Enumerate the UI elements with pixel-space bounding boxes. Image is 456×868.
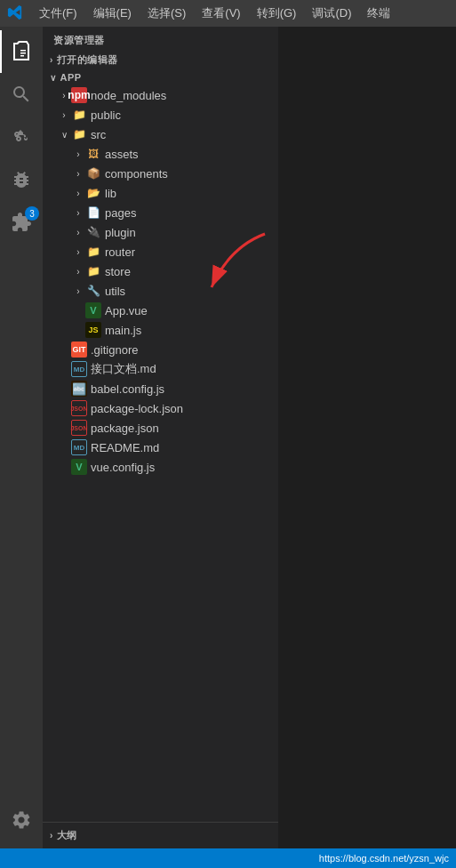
tree-item-node-modules[interactable]: › npm node_modules	[43, 85, 278, 105]
activity-debug[interactable]	[0, 158, 43, 201]
activity-bar: 3	[0, 27, 43, 848]
tree-item-store[interactable]: › 📁 store	[43, 261, 278, 281]
vue-config-file-icon: V	[71, 459, 87, 475]
src-folder-icon: 📁	[71, 126, 87, 142]
outline-chevron: ›	[50, 831, 53, 840]
public-label: public	[91, 108, 121, 122]
public-folder-icon: 📁	[71, 107, 87, 123]
tree-item-babel-config[interactable]: 🔤 babel.config.js	[43, 379, 278, 398]
status-bar: https://blog.csdn.net/yzsn_wjc	[0, 848, 456, 868]
menu-select[interactable]: 选择(S)	[140, 3, 193, 24]
activity-search[interactable]	[0, 73, 43, 116]
outline-section: › 大纲	[43, 822, 278, 848]
js-file-icon: JS	[85, 322, 101, 338]
activity-source-control[interactable]	[0, 116, 43, 158]
app-folder-section[interactable]: ∨ APP	[43, 69, 278, 85]
components-folder-icon: 📦	[85, 165, 101, 181]
assets-folder-icon: 🖼	[85, 146, 101, 162]
open-editors-label: 打开的编辑器	[57, 53, 118, 67]
assets-label: assets	[105, 148, 139, 161]
babel-file-icon: 🔤	[71, 381, 87, 397]
tree-item-pages[interactable]: › 📄 pages	[43, 203, 278, 222]
vscode-icon	[7, 4, 23, 23]
json-lock-file-icon: JSON	[71, 400, 87, 416]
chevron-lib: ›	[71, 189, 85, 198]
app-container: 文件(F) 编辑(E) 选择(S) 查看(V) 转到(G) 调试(D) 终端	[0, 0, 456, 868]
readme-label: README.md	[91, 441, 159, 454]
pages-label: pages	[105, 206, 136, 220]
app-vue-label: App.vue	[105, 304, 148, 317]
store-label: store	[105, 265, 131, 278]
git-file-icon: GIT	[71, 342, 87, 358]
gitignore-label: .gitignore	[91, 343, 138, 357]
status-bar-right: https://blog.csdn.net/yzsn_wjc	[319, 853, 449, 864]
extensions-badge: 3	[25, 206, 39, 221]
menu-debug[interactable]: 调试(D)	[305, 3, 358, 24]
components-label: components	[105, 167, 168, 181]
lib-folder-icon: 📂	[85, 185, 101, 201]
readme-file-icon: MD	[71, 439, 87, 455]
outline-header[interactable]: › 大纲	[43, 826, 278, 845]
sidebar-header: 资源管理器	[43, 27, 278, 51]
package-lock-label: package-lock.json	[91, 402, 183, 415]
jiekou-md-label: 接口文档.md	[91, 361, 156, 377]
menu-terminal[interactable]: 终端	[360, 3, 397, 24]
tree-item-assets[interactable]: › 🖼 assets	[43, 144, 278, 164]
tree-item-lib[interactable]: › 📂 lib	[43, 183, 278, 203]
menu-view[interactable]: 查看(V)	[195, 3, 247, 24]
plugin-label: plugin	[105, 226, 136, 239]
menu-goto[interactable]: 转到(G)	[250, 3, 304, 24]
utils-label: utils	[105, 285, 125, 298]
lib-label: lib	[105, 187, 116, 200]
app-folder-label: APP	[60, 72, 82, 83]
utils-folder-icon: 🔧	[85, 283, 101, 299]
tree-item-package-json[interactable]: JSON package.json	[43, 418, 278, 438]
open-editors-section[interactable]: › 打开的编辑器	[43, 51, 278, 69]
menu-edit[interactable]: 编辑(E)	[86, 3, 139, 24]
store-folder-icon: 📁	[85, 263, 101, 279]
tree-item-utils[interactable]: › 🔧 utils	[43, 281, 278, 301]
vue-config-label: vue.config.js	[91, 461, 155, 474]
pages-folder-icon: 📄	[85, 205, 101, 221]
router-folder-icon: 📁	[85, 244, 101, 260]
package-json-label: package.json	[91, 422, 159, 435]
chevron-public: ›	[57, 110, 71, 120]
plugin-folder-icon: 🔌	[85, 224, 101, 240]
main-js-label: main.js	[105, 324, 141, 337]
tree-item-plugin[interactable]: › 🔌 plugin	[43, 222, 278, 242]
menu-file[interactable]: 文件(F)	[32, 3, 84, 24]
chevron-assets: ›	[71, 149, 85, 159]
tree-item-app-vue[interactable]: V App.vue	[43, 301, 278, 320]
tree-item-vue-config[interactable]: V vue.config.js	[43, 457, 278, 477]
sidebar: 资源管理器 › 打开的编辑器 ∨ APP › npm node_modules	[43, 27, 278, 848]
babel-config-label: babel.config.js	[91, 382, 164, 396]
router-label: router	[105, 245, 135, 259]
tree-item-jiekou-md[interactable]: MD 接口文档.md	[43, 359, 278, 379]
src-label: src	[91, 128, 106, 141]
tree-item-src[interactable]: ∨ 📁 src	[43, 125, 278, 144]
activity-explorer[interactable]	[0, 30, 43, 73]
tree-item-gitignore[interactable]: GIT .gitignore	[43, 340, 278, 359]
tree-item-components[interactable]: › 📦 components	[43, 164, 278, 183]
main-editor-area	[278, 27, 456, 848]
md-file-icon: MD	[71, 361, 87, 377]
activity-settings[interactable]	[0, 799, 43, 841]
open-editors-chevron: ›	[50, 55, 53, 65]
menu-bar: 文件(F) 编辑(E) 选择(S) 查看(V) 转到(G) 调试(D) 终端	[0, 0, 456, 27]
chevron-router: ›	[71, 247, 85, 257]
tree-item-public[interactable]: › 📁 public	[43, 105, 278, 125]
tree-item-package-lock[interactable]: JSON package-lock.json	[43, 398, 278, 418]
chevron-plugin: ›	[71, 228, 85, 237]
chevron-pages: ›	[71, 208, 85, 218]
content-area: 3 资源管理器 › 打开的编辑器 ∨ APP	[0, 27, 456, 848]
tree-item-readme[interactable]: MD README.md	[43, 438, 278, 457]
tree-item-router[interactable]: › 📁 router	[43, 242, 278, 261]
chevron-store: ›	[71, 267, 85, 277]
vue-file-icon: V	[85, 302, 101, 318]
tree-item-main-js[interactable]: JS main.js	[43, 320, 278, 340]
activity-extensions[interactable]: 3	[0, 201, 43, 244]
chevron-src: ∨	[57, 130, 71, 140]
npm-icon: npm	[71, 87, 87, 103]
app-folder-chevron: ∨	[50, 73, 57, 83]
json-file-icon: JSON	[71, 420, 87, 436]
